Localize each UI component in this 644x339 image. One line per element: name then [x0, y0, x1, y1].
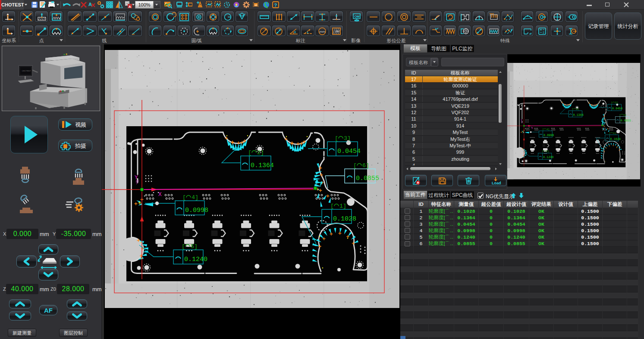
svg-text:A: A [88, 2, 92, 7]
svg-text:OM: OM [355, 15, 360, 19]
svg-text:A: A [129, 5, 131, 9]
svg-text:Load: Load [492, 181, 501, 185]
svg-text:θ: θ [294, 31, 296, 34]
svg-text:?: ? [274, 3, 277, 8]
svg-text:拍摄: 拍摄 [75, 143, 86, 149]
svg-text:10: 10 [254, 4, 258, 6]
svg-text:CHOTEST: CHOTEST [22, 70, 31, 72]
svg-text:m²: m² [336, 30, 339, 33]
svg-text:视频: 视频 [75, 121, 86, 128]
svg-text:mm: mm [320, 30, 326, 34]
